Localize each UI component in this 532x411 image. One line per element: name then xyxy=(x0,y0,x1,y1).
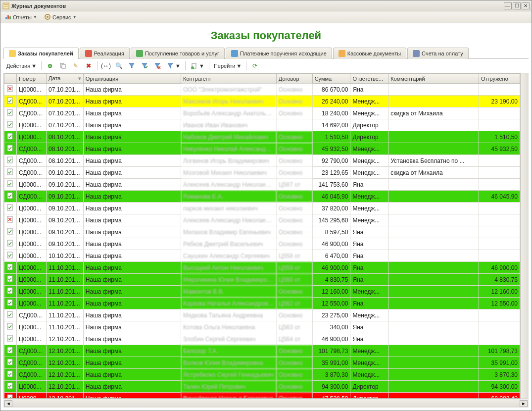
table-row[interactable]: СД000...08.10.201...Наша фирмаНикуленко … xyxy=(4,143,520,155)
maximize-button[interactable]: ☐ xyxy=(513,2,521,9)
col-number[interactable]: Номер xyxy=(16,74,46,84)
table-row[interactable]: СД000...08.10.201...Наша фирмаЛогвинов И… xyxy=(4,155,520,167)
cell-otg: 46 900,00 xyxy=(479,262,520,274)
table-scroll[interactable]: НомерДата ▾ОрганизацияКонтрагентДоговорС… xyxy=(3,73,521,399)
cell-comment xyxy=(388,381,479,393)
table-row[interactable]: Ц0000...10.10.201...Наша фирмаСаушкин Ал… xyxy=(4,250,520,262)
table-row[interactable]: СД000...07.10.201...Наша фирмаВоробьёв А… xyxy=(4,107,520,119)
cell-icon xyxy=(4,309,17,321)
col-kontragent[interactable]: Контрагент xyxy=(181,74,277,84)
cell-dogovor: Основно xyxy=(277,143,313,155)
table-body: Ц0000...07.10.201...Наша фирмаООО "Элект… xyxy=(4,84,520,399)
add-button[interactable]: ⊕ xyxy=(44,61,56,71)
col-date[interactable]: Дата ▾ xyxy=(47,74,84,84)
cell-kontragent: Саушкин Александр Сергеевич xyxy=(181,250,277,262)
table-row[interactable]: Ц0000...11.10.201...Наша фирмаКорзова На… xyxy=(4,298,520,309)
table-row[interactable]: Ц0000...09.10.201...Наша фирмаАлексеев А… xyxy=(4,214,520,226)
table-row[interactable]: СД000...12.10.201...Наша фирмаБелозор Т.… xyxy=(4,345,520,357)
table-row[interactable]: Ц0000...08.10.201...Наша фирмаНабоков Дм… xyxy=(4,131,520,143)
table-row[interactable]: Ц0000...09.10.201...Наша фирмапарков мих… xyxy=(4,203,520,214)
table-row[interactable]: Ц0000...11.10.201...Наша фирмаМерзликина… xyxy=(4,274,520,286)
tab-1[interactable]: Реализация xyxy=(80,48,130,59)
svg-rect-33 xyxy=(7,288,12,294)
doc-status-icon xyxy=(6,156,13,163)
cell-otv: Яна xyxy=(350,179,388,191)
table-row[interactable]: Ц0000...09.10.201...Наша фирмаМилахов Вл… xyxy=(4,226,520,238)
table-row[interactable]: СД000...09.10.201...Наша фирмаРоманова Е… xyxy=(4,191,520,203)
scroll-left-button[interactable]: ◄ xyxy=(4,400,12,407)
col-icon[interactable] xyxy=(4,74,17,84)
table-row[interactable]: Ц0000...07.10.201...Наша фирмаИванов Ива… xyxy=(4,119,520,131)
copy-button[interactable] xyxy=(57,61,69,71)
cell-otg: 68 983,49 xyxy=(479,393,520,399)
service-menu[interactable]: Сервис ▼ xyxy=(42,12,79,22)
find-button[interactable]: 🔍 xyxy=(113,61,125,71)
cell-summa: 8 597,50 xyxy=(312,226,350,238)
cell-number: СД000... xyxy=(16,143,46,155)
cell-dogovor: Ц559 от xyxy=(277,262,313,274)
col-otg[interactable]: Отгружено xyxy=(479,74,520,84)
table-row[interactable]: Ц0000...11.10.201...Наша фирмаМамонтов В… xyxy=(4,286,520,298)
table-row[interactable]: СД000...09.10.201...Наша фирмаМозговой М… xyxy=(4,167,520,179)
refresh-button[interactable]: ⟳ xyxy=(249,61,261,71)
table-row[interactable]: Ц0000...09.10.201...Наша фирмаРябков Дми… xyxy=(4,238,520,250)
tab-2[interactable]: Поступление товаров и услуг xyxy=(131,48,225,59)
table-row[interactable]: СД000...12.10.201...Наша фирмаВолков Юли… xyxy=(4,357,520,369)
tab-icon xyxy=(231,50,238,57)
svg-rect-35 xyxy=(7,311,12,317)
delete-button[interactable]: ✖ xyxy=(83,61,95,71)
filter-set-button[interactable] xyxy=(139,61,150,71)
doc-status-icon xyxy=(6,335,13,342)
filter-button[interactable] xyxy=(126,61,138,71)
col-summa[interactable]: Сумма xyxy=(312,74,350,84)
interval-button[interactable]: (↔) xyxy=(100,61,112,71)
col-comment[interactable]: Комментарий xyxy=(388,74,479,84)
tab-5[interactable]: Счета на оплату xyxy=(407,48,469,59)
goto-button[interactable]: Перейти ▼ xyxy=(212,62,243,70)
cell-otv: Яна xyxy=(350,274,388,286)
vertical-scrollbar[interactable] xyxy=(521,73,529,399)
cell-otg: 12 550,00 xyxy=(479,298,520,309)
cell-otg: 3 870,30 xyxy=(479,369,520,381)
based-on-button[interactable]: ▼ xyxy=(188,61,206,71)
actions-button[interactable]: Действия ▼ xyxy=(4,62,39,70)
reports-menu[interactable]: Отчеты ▼ xyxy=(2,12,39,22)
table-row[interactable]: Ц0000...11.10.201...Наша фирмаКотова Оль… xyxy=(4,321,520,333)
edit-button[interactable]: ✎ xyxy=(70,61,82,71)
minimize-button[interactable]: — xyxy=(504,2,512,9)
table-row[interactable]: Ц0000...07.10.201...Наша фирмаООО "Элект… xyxy=(4,84,520,96)
funnel-list-icon xyxy=(166,62,174,70)
svg-rect-1 xyxy=(4,4,8,5)
scroll-right-button[interactable]: ► xyxy=(520,400,528,407)
table-row[interactable]: Ц0000...09.10.201...Наша фирмаАлексеев А… xyxy=(4,179,520,191)
tab-3[interactable]: Платежные поручения исходящие xyxy=(226,48,332,59)
table-row[interactable]: СД000...12.10.201...Наша фирмаЯстребелко… xyxy=(4,369,520,381)
table-row[interactable]: Ц0000...12.10.201...Наша фирмаЗлобин Сер… xyxy=(4,333,520,345)
col-otv[interactable]: Ответстве... xyxy=(350,74,388,84)
cell-comment xyxy=(388,345,479,357)
cell-summa: 23 275,00 xyxy=(312,309,350,321)
cell-org: Наша фирма xyxy=(83,96,181,107)
chevron-down-icon: ▼ xyxy=(73,15,77,19)
table-row[interactable]: Ц0000...12.10.201...Наша фирмаТалин Юрий… xyxy=(4,381,520,393)
filter-list-button[interactable]: ▼ xyxy=(164,61,183,71)
cell-icon xyxy=(4,357,17,369)
cell-kontragent: Милахов Владимир Евгеньевич xyxy=(181,226,277,238)
tab-0[interactable]: Заказы покупателей xyxy=(3,48,79,59)
cell-icon xyxy=(4,143,17,155)
tab-4[interactable]: Кассовые документы xyxy=(333,48,406,59)
close-button[interactable]: ✕ xyxy=(522,2,530,9)
table-row[interactable]: Ц0000...11.10.201...Наша фирмаВысоцкий А… xyxy=(4,262,520,274)
cell-comment xyxy=(388,119,479,131)
cell-comment xyxy=(388,309,479,321)
filter-off-button[interactable] xyxy=(151,61,163,71)
table-row[interactable]: СД000...07.10.201...Наша фирмаМаксимов И… xyxy=(4,96,520,107)
cell-summa: 46 900,00 xyxy=(312,333,350,345)
doc-status-icon xyxy=(6,311,13,318)
col-org[interactable]: Организация xyxy=(83,74,181,84)
table-row[interactable]: Ц0000...13.10.201...Наша фирмаВишнёвская… xyxy=(4,393,520,399)
cell-otv: Директор xyxy=(350,381,388,393)
cell-icon xyxy=(4,250,17,262)
col-dogovor[interactable]: Договор xyxy=(277,74,313,84)
table-row[interactable]: СД000...11.10.201...Наша фирмаМедкова Та… xyxy=(4,309,520,321)
